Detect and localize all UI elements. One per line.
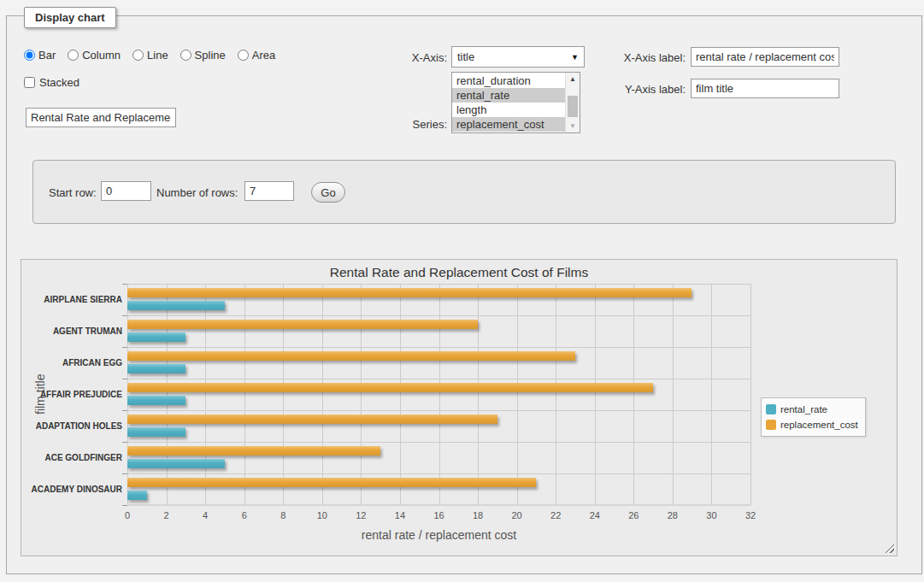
bar-replacement_cost: [127, 320, 478, 329]
x-axis-label: X-Axis:: [359, 51, 447, 64]
x-axis-selected-value: title: [457, 50, 571, 63]
legend-item-replacement_cost[interactable]: replacement_cost: [766, 417, 858, 432]
legend-label: replacement_cost: [780, 420, 858, 430]
x-tick-label-2: 2: [164, 510, 169, 520]
x-axis-label-field-label: X-Axis label:: [598, 51, 686, 64]
bar-rental_rate: [127, 396, 185, 405]
series-options: rental_durationrental_ratelengthreplacem…: [452, 73, 565, 132]
legend-item-rental_rate[interactable]: rental_rate: [766, 402, 858, 417]
category-label: AGENT TRUMAN: [21, 315, 122, 347]
x-axis-tick-labels: 02468101214161820222426283032: [127, 510, 750, 522]
category-label: ACADEMY DINOSAUR: [21, 473, 122, 505]
chart-type-radio-label: Spline: [195, 49, 226, 62]
x-tick-label-24: 24: [590, 510, 600, 520]
chart-row: [127, 315, 750, 347]
series-scrollbar[interactable]: ▲ ▼: [565, 73, 580, 132]
category-label: ADAPTATION HOLES: [21, 410, 122, 442]
num-rows-input[interactable]: [244, 181, 294, 201]
category-label: AFRICAN EGG: [21, 347, 122, 379]
chart-type-radio-label: Column: [82, 49, 121, 62]
chart-type-radio-label: Area: [252, 49, 275, 62]
scroll-up-icon[interactable]: ▲: [566, 73, 580, 85]
scrollbar-thumb[interactable]: [568, 96, 578, 117]
chart-type-option-column[interactable]: Column: [68, 49, 121, 62]
bar-rental_rate: [127, 332, 185, 342]
x-tick-label-6: 6: [242, 510, 247, 520]
category-label: ACE GOLDFINGER: [21, 442, 122, 473]
bar-rental_rate: [127, 491, 147, 500]
bar-rental_rate: [127, 301, 225, 310]
chart-type-option-area[interactable]: Area: [238, 49, 275, 62]
start-row-input[interactable]: [101, 181, 151, 201]
x-tick-label-8: 8: [280, 510, 285, 520]
bar-replacement_cost: [127, 478, 536, 487]
chart-type-radio-label: Bar: [38, 49, 56, 62]
dropdown-arrow-icon: ▼: [571, 53, 579, 62]
chart-type-radio-line[interactable]: [132, 50, 144, 61]
chart-type-option-spline[interactable]: Spline: [180, 49, 226, 62]
legend-swatch-replacement_cost: [766, 420, 776, 430]
chart-row: [127, 284, 750, 315]
num-rows-label: Number of rows:: [156, 186, 238, 199]
go-button[interactable]: Go: [311, 182, 345, 203]
series-option-replacement_cost[interactable]: replacement_cost: [452, 117, 565, 132]
chart-title: Rental Rate and Replacement Cost of Film…: [21, 265, 897, 280]
chart-type-radio-bar[interactable]: [24, 50, 35, 61]
chart-row: [127, 347, 750, 379]
series-option-rental_duration[interactable]: rental_duration: [452, 73, 565, 88]
x-tick-label-30: 30: [706, 510, 716, 520]
bar-replacement_cost: [127, 288, 692, 297]
chart-type-option-line[interactable]: Line: [132, 49, 168, 62]
x-tick-label-14: 14: [395, 510, 405, 520]
bar-replacement_cost: [127, 383, 653, 392]
gridline-x-32: [750, 284, 751, 505]
chart-legend: rental_ratereplacement_cost: [761, 397, 866, 437]
chart-type-radio-column[interactable]: [68, 50, 79, 61]
stacked-checkbox-row: Stacked: [24, 76, 79, 89]
x-tick-label-4: 4: [203, 510, 208, 520]
chart-type-radio-group: BarColumnLineSplineArea: [24, 49, 275, 62]
x-tick-label-0: 0: [125, 510, 130, 520]
scroll-down-icon[interactable]: ▼: [566, 120, 580, 132]
x-tick-label-28: 28: [668, 510, 678, 520]
x-tick-label-32: 32: [745, 510, 756, 520]
bar-rental_rate: [127, 364, 185, 373]
series-option-rental_rate[interactable]: rental_rate: [452, 88, 565, 103]
x-tick-label-22: 22: [550, 510, 561, 520]
stacked-checkbox[interactable]: [24, 77, 35, 88]
bar-rental_rate: [127, 427, 185, 437]
y-axis-label-input[interactable]: [691, 79, 839, 98]
start-row-label: Start row:: [49, 186, 97, 199]
fieldset-legend-title: Display chart: [24, 7, 116, 28]
legend-label: rental_rate: [780, 404, 827, 414]
series-label: Series:: [359, 118, 447, 131]
chart-type-radio-spline[interactable]: [180, 50, 191, 61]
category-label: AIRPLANE SIERRA: [21, 284, 122, 315]
row-range-panel: Start row: Number of rows: Go: [32, 160, 896, 224]
bar-replacement_cost: [127, 414, 497, 424]
chart-type-option-bar[interactable]: Bar: [24, 49, 56, 62]
chart-panel: Rental Rate and Replacement Cost of Film…: [21, 259, 898, 556]
x-tick-label-16: 16: [433, 510, 444, 520]
x-tick-label-20: 20: [512, 510, 522, 520]
chart-row: [127, 442, 750, 473]
display-chart-app: Display chart BarColumnLineSplineArea St…: [0, 0, 924, 582]
x-tick-label-10: 10: [317, 510, 327, 520]
series-option-length[interactable]: length: [452, 103, 565, 117]
chart-type-radio-area[interactable]: [238, 50, 249, 61]
y-axis-label-field-label: Y-Axis label:: [598, 83, 686, 96]
x-axis-select[interactable]: title ▼: [451, 46, 585, 68]
bar-rental_rate: [127, 459, 225, 468]
series-listbox[interactable]: rental_durationrental_ratelengthreplacem…: [451, 72, 580, 133]
category-label: AFFAIR PREJUDICE: [21, 379, 122, 410]
x-axis-title: rental rate / replacement cost: [127, 528, 750, 542]
bar-replacement_cost: [127, 446, 380, 456]
chart-type-radio-label: Line: [147, 49, 168, 62]
plot-area: [127, 284, 750, 505]
x-tick-label-18: 18: [473, 510, 483, 520]
x-axis-label-input[interactable]: [691, 47, 839, 67]
chart-title-input[interactable]: [26, 108, 176, 127]
resize-handle-icon[interactable]: [885, 544, 894, 553]
legend-swatch-rental_rate: [766, 404, 776, 414]
chart-row: [127, 379, 750, 410]
